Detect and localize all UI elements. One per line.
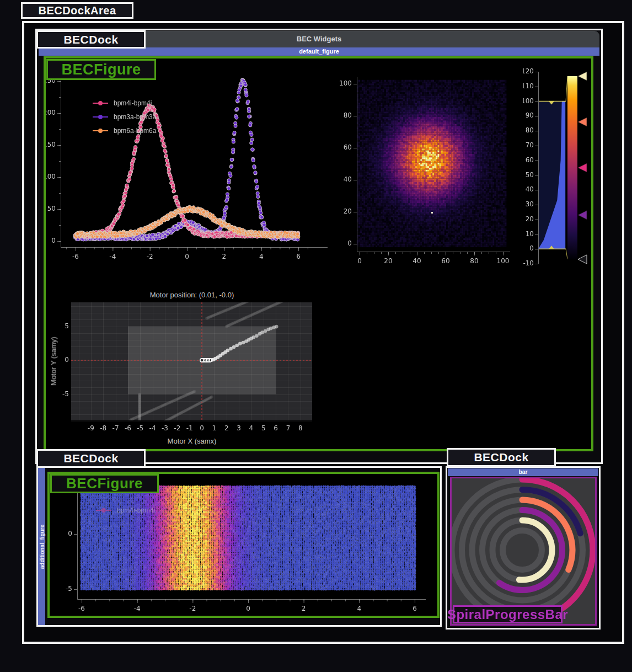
legend-marker-icon xyxy=(93,103,108,104)
motor-map-canvas[interactable] xyxy=(53,300,324,435)
figure-annotation-top: BECFigure xyxy=(46,59,156,80)
motor-map-title: Motor position: (0.01, -0.0) xyxy=(119,291,265,299)
figure-annotation-bottom: BECFigure xyxy=(50,474,159,493)
heatmap-plot-canvas[interactable] xyxy=(336,64,531,270)
legend-marker-icon xyxy=(96,510,111,511)
waterfall-plot-canvas[interactable] xyxy=(51,478,437,616)
legend-item-label: bpm4i-bpm4i xyxy=(114,99,152,107)
histogram-lut-canvas[interactable] xyxy=(523,63,593,271)
dock-annotation-bottom-left: BECDock xyxy=(36,449,146,468)
legend-item[interactable]: bpm6a-bpm6a xyxy=(93,126,156,136)
spiral-annotation: SpiralProgressBar xyxy=(453,605,563,623)
legend-item-label: bpm3a-bpm3a xyxy=(114,113,156,121)
dock-tab-additional-figure[interactable]: additional_figure xyxy=(38,468,45,625)
dock-tab-default-figure[interactable]: default_figure xyxy=(39,47,599,56)
legend-marker-icon xyxy=(93,130,108,131)
dock-tab-additional-figure-label: additional_figure xyxy=(39,524,45,569)
legend-item[interactable]: bpm4i-bpm4i xyxy=(96,505,155,515)
waterfall-legend[interactable]: bpm4i-bpm4i xyxy=(96,505,155,515)
legend-item-label: bpm6a-bpm6a xyxy=(114,127,156,135)
legend-marker-icon xyxy=(93,116,108,118)
waveform-legend[interactable]: bpm4i-bpm4ibpm3a-bpm3abpm6a-bpm6a xyxy=(93,98,156,136)
dock-annotation-bottom-right: BECDock xyxy=(447,448,556,467)
dock-annotation-top: BECDock xyxy=(36,30,146,49)
dock-area-annotation: BECDockArea xyxy=(21,2,133,19)
waveform-plot-canvas[interactable] xyxy=(46,64,333,270)
spiral-progress-canvas[interactable] xyxy=(452,478,595,624)
legend-item-label: bpm4i-bpm4i xyxy=(117,506,155,514)
legend-item[interactable]: bpm3a-bpm3a xyxy=(93,112,156,122)
motor-y-axis-label: Motor Y (samy) xyxy=(50,323,58,400)
legend-item[interactable]: bpm4i-bpm4i xyxy=(93,98,156,108)
dock-tab-bar[interactable]: bar xyxy=(448,468,598,476)
bec-dock-area: BECDockArea BEC Widgets default_figure B… xyxy=(0,0,632,672)
motor-x-axis-label: Motor X (samx) xyxy=(137,437,247,445)
